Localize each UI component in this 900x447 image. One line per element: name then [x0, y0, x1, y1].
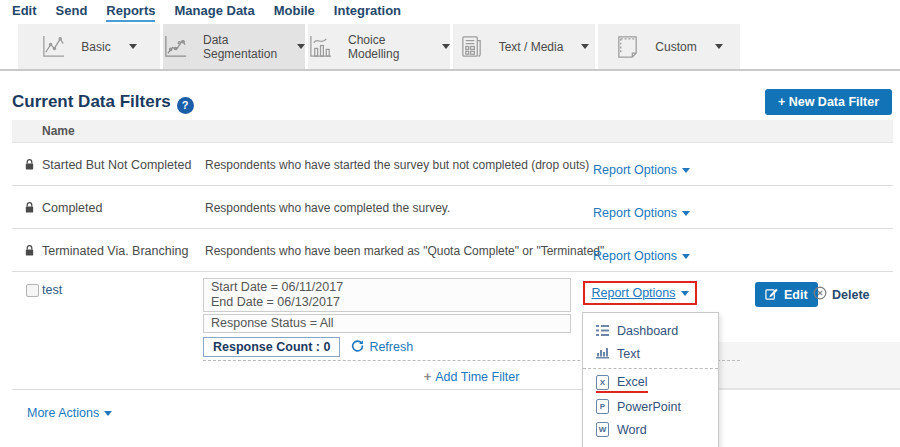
bar-line-chart-icon [308, 34, 333, 59]
filter-description: Respondents who have completed the surve… [205, 201, 450, 215]
tab-label: Basic [81, 40, 110, 54]
new-data-filter-button[interactable]: + New Data Filter [765, 89, 892, 115]
report-options-label: Report Options [593, 249, 677, 263]
tab-basic[interactable]: Basic [18, 24, 160, 69]
menu-item-excel[interactable]: X Excel [583, 372, 718, 395]
nav-item-mobile[interactable]: Mobile [274, 3, 315, 20]
tab-label: Custom [655, 40, 696, 54]
nav-item-reports[interactable]: Reports [106, 3, 155, 22]
powerpoint-file-icon: P [596, 399, 609, 414]
report-options-link-open[interactable]: Report Options [591, 286, 688, 300]
chevron-down-icon [581, 44, 589, 49]
tab-label: Data Segmentation [203, 33, 279, 61]
row-checkbox[interactable] [26, 284, 39, 297]
report-options-label: Report Options [593, 206, 677, 220]
tab-custom[interactable]: Custom [598, 24, 740, 69]
chevron-down-icon [682, 168, 690, 173]
chevron-down-icon [681, 291, 689, 296]
report-options-link[interactable]: Report Options [593, 249, 690, 263]
chevron-down-icon [442, 44, 450, 49]
excel-file-icon: X [596, 375, 609, 390]
report-options-menu: Dashboard Text X Excel P PowerPoint [582, 312, 719, 447]
nav-item-integration[interactable]: Integration [334, 3, 401, 20]
filter-description: Respondents who have been marked as "Quo… [205, 244, 604, 258]
menu-item-label: Dashboard [617, 324, 678, 338]
filter-name: Completed [42, 201, 102, 215]
chevron-down-icon [715, 44, 723, 49]
response-count-badge: Response Count : 0 [203, 337, 340, 357]
page-title-text: Current Data Filters [12, 92, 171, 111]
response-status-value: Response Status = All [211, 316, 563, 331]
delete-circle-x-icon [813, 286, 827, 303]
tab-label: Text / Media [499, 40, 564, 54]
edit-pencil-icon [765, 287, 778, 303]
menu-item-label: Excel [617, 375, 648, 389]
menu-item-label: Word [617, 423, 647, 437]
filter-name: Terminated Via. Branching [42, 244, 188, 258]
menu-item-label: PowerPoint [617, 400, 681, 414]
lock-icon [24, 243, 35, 261]
page-title: Current Data Filters? [12, 92, 194, 114]
start-date-value: Start Date = 06/11/2017 [211, 280, 563, 295]
more-actions-link[interactable]: More Actions [27, 406, 112, 420]
survey-reports-page: Edit Send Reports Manage Data Mobile Int… [0, 0, 900, 447]
add-time-filter-link[interactable]: +Add Time Filter [424, 370, 520, 384]
open-menu-backdrop [718, 342, 900, 390]
tab-label: Choice Modelling [348, 33, 424, 61]
edit-label: Edit [784, 288, 808, 302]
newspaper-icon [459, 34, 484, 59]
end-date-value: End Date = 06/13/2017 [211, 295, 563, 310]
delete-label: Delete [832, 288, 870, 302]
filter-details: Start Date = 06/11/2017 End Date = 06/13… [203, 278, 571, 357]
word-file-icon: W [596, 422, 609, 437]
table-header: Name [12, 120, 893, 143]
line-chart-icon [41, 34, 66, 59]
response-status-box: Response Status = All [203, 314, 571, 333]
chevron-down-icon [682, 211, 690, 216]
scatter-line-chart-icon [163, 34, 188, 59]
nav-item-manage-data[interactable]: Manage Data [174, 3, 254, 20]
lock-icon [24, 200, 35, 218]
plus-icon: + [424, 369, 432, 384]
chevron-down-icon [297, 44, 305, 49]
menu-item-word[interactable]: W Word [583, 418, 718, 441]
menu-item-text[interactable]: Text [583, 342, 718, 365]
edit-button[interactable]: Edit [755, 282, 818, 307]
chevron-down-icon [682, 254, 690, 259]
report-options-link[interactable]: Report Options [593, 206, 690, 220]
refresh-icon [351, 339, 364, 355]
tab-choice-modelling[interactable]: Choice Modelling [308, 24, 450, 69]
add-time-filter-label: Add Time Filter [435, 370, 519, 384]
refresh-label: Refresh [369, 340, 413, 354]
menu-item-powerpoint[interactable]: P PowerPoint [583, 395, 718, 418]
report-options-label: Report Options [591, 286, 675, 300]
bar-chart-icon [596, 345, 609, 363]
table-row: Terminated Via. Branching Respondents wh… [12, 229, 893, 272]
chevron-down-icon [129, 44, 137, 49]
help-icon[interactable]: ? [177, 97, 194, 114]
filter-description: Respondents who have started the survey … [205, 158, 589, 172]
menu-divider [583, 368, 718, 369]
report-options-link[interactable]: Report Options [593, 163, 690, 177]
lock-icon [24, 157, 35, 175]
filter-name-link[interactable]: test [42, 283, 62, 297]
filter-name: Started But Not Completed [42, 158, 191, 172]
date-range-box: Start Date = 06/11/2017 End Date = 06/13… [203, 278, 571, 312]
more-actions-label: More Actions [27, 406, 99, 420]
top-nav: Edit Send Reports Manage Data Mobile Int… [12, 0, 401, 24]
reports-tab-strip: Basic Data Segmentation [0, 24, 900, 71]
tab-data-segmentation[interactable]: Data Segmentation [163, 24, 305, 69]
dashboard-list-icon [596, 322, 609, 340]
nav-item-edit[interactable]: Edit [12, 3, 37, 20]
name-column-header: Name [42, 124, 75, 138]
table-row: Completed Respondents who have completed… [12, 186, 893, 229]
tab-text-media[interactable]: Text / Media [453, 24, 595, 69]
nav-item-send[interactable]: Send [56, 3, 88, 20]
menu-item-label: Text [617, 347, 640, 361]
refresh-link[interactable]: Refresh [351, 339, 413, 355]
delete-link[interactable]: Delete [813, 286, 870, 303]
red-annotation-box: Report Options [583, 281, 697, 305]
chevron-down-icon [104, 411, 112, 416]
report-options-label: Report Options [593, 163, 677, 177]
menu-item-dashboard[interactable]: Dashboard [583, 319, 718, 342]
